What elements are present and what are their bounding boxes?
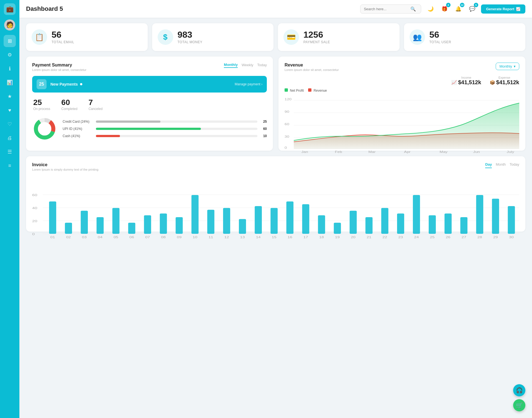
moon-icon: 🌙	[428, 6, 434, 12]
on-process-stat: 25 On process	[33, 98, 50, 111]
sidebar-item-list[interactable]: ≡	[4, 160, 16, 172]
search-input[interactable]	[364, 7, 408, 11]
invoice-tab-month[interactable]: Month	[496, 162, 506, 168]
invoice-tab-today[interactable]: Today	[510, 162, 519, 168]
svg-text:Apr: Apr	[404, 150, 411, 154]
svg-rect-81	[460, 217, 467, 234]
heart-outline-icon: ♡	[7, 121, 12, 127]
prog-credit-card: Credit Card (24%) 25	[63, 120, 267, 124]
fab-support[interactable]: 🎧	[513, 384, 525, 396]
sidebar-item-print[interactable]: 🖨	[4, 132, 16, 144]
svg-text:July: July	[507, 150, 515, 154]
svg-rect-77	[429, 215, 436, 234]
new-payments-label: New Payments	[50, 82, 231, 86]
revenue-monthly-dropdown[interactable]: Monthly ▾	[496, 63, 519, 70]
svg-text:26: 26	[446, 236, 451, 239]
fab-group: 🎧 🛒	[513, 384, 525, 411]
revenue-subtitle: Lorem ipsum dolor sit amet, consectetur	[285, 68, 339, 71]
revenue-title: Revenue	[285, 63, 339, 68]
sidebar-item-star[interactable]: ★	[4, 90, 16, 102]
cart-icon: 🛒	[516, 402, 523, 409]
stat-card-user: 👥 56 TOTAL USER	[404, 23, 526, 51]
search-box[interactable]: 🔍	[360, 4, 421, 14]
sidebar-item-settings[interactable]: ⚙	[4, 49, 16, 61]
chat-button[interactable]: 💬 5	[467, 4, 477, 14]
canceled-num: 7	[88, 98, 103, 107]
sidebar-item-info[interactable]: ℹ	[4, 63, 16, 75]
svg-rect-29	[49, 201, 56, 234]
invoice-tab-day[interactable]: Day	[485, 162, 492, 168]
svg-text:18: 18	[319, 236, 324, 239]
info-icon: ℹ	[9, 66, 11, 72]
income-item: Income 📈 $41,512k	[451, 76, 481, 86]
svg-rect-69	[365, 217, 373, 234]
on-process-label: On process	[33, 107, 50, 111]
svg-text:14: 14	[256, 236, 261, 239]
svg-text:11: 11	[208, 236, 213, 239]
bell-button[interactable]: 🔔 12	[453, 4, 463, 14]
invoice-title: Invoice	[32, 162, 98, 167]
svg-rect-65	[334, 223, 341, 234]
bell-badge: 12	[460, 3, 464, 7]
prog-label-cc: Credit Card (24%)	[63, 120, 93, 124]
area-chart: 0 30 60 90 120 Jan Feb Ma	[285, 95, 519, 145]
prog-fill-upi	[96, 128, 201, 130]
svg-rect-39	[128, 223, 135, 234]
svg-text:23: 23	[398, 236, 403, 239]
on-process-num: 25	[33, 98, 50, 107]
svg-text:30: 30	[509, 236, 514, 239]
stat-card-payment: 💳 1256 PAYMENT SALE	[278, 23, 400, 51]
payment-tabs: Monthly Weekly Today	[224, 63, 267, 68]
email-stat-label: TOTAL EMAIL	[52, 40, 74, 44]
manage-payment-link[interactable]: Manage payment ›	[235, 82, 262, 86]
fab-cart[interactable]: 🛒	[513, 399, 525, 411]
gift-button[interactable]: 🎁 2	[439, 4, 449, 14]
prog-fill-cash	[96, 135, 120, 137]
chat-badge: 5	[474, 3, 478, 7]
generate-report-button[interactable]: Generate Report 📈	[481, 4, 525, 14]
sidebar-item-chart[interactable]: 📊	[4, 76, 16, 89]
svg-rect-31	[65, 223, 72, 234]
payment-stats-nums: 25 On process 60 Completed 7 Canceled	[32, 98, 267, 111]
dark-mode-toggle[interactable]: 🌙	[426, 4, 436, 14]
revenue-header: Revenue Lorem ipsum dolor sit amet, cons…	[285, 63, 519, 71]
payment-summary-subtitle: Lorem ipsum dolor sit amet, consectetur	[32, 68, 86, 71]
canceled-stat: 7 Canceled	[88, 98, 103, 111]
prog-val-cash: 10	[260, 134, 267, 138]
bar-chart-icon: 📈	[516, 7, 520, 11]
prog-val-cc: 25	[260, 120, 267, 124]
sidebar-item-menu[interactable]: ☰	[4, 146, 16, 158]
svg-rect-37	[112, 208, 120, 234]
avatar[interactable]: 🧑	[4, 19, 15, 30]
prog-track-cc	[96, 120, 257, 123]
payment-stat-label: PAYMENT SALE	[303, 40, 330, 44]
sidebar-item-heart[interactable]: ♥	[4, 104, 16, 116]
income-arrow-icon: 📈	[451, 80, 457, 85]
user-stat-number: 56	[429, 30, 451, 39]
revenue-legend-label: Revenue	[314, 89, 327, 93]
svg-text:15: 15	[272, 236, 277, 239]
expense-label: Expense	[490, 76, 519, 79]
invoice-tabs: Day Month Today	[485, 162, 519, 168]
money-stat-number: 983	[178, 30, 203, 39]
sidebar-item-heart2[interactable]: ♡	[4, 118, 16, 130]
sidebar-item-dashboard[interactable]: ⊞	[4, 35, 16, 47]
svg-text:27: 27	[462, 236, 466, 239]
svg-text:22: 22	[382, 236, 387, 239]
svg-text:29: 29	[493, 236, 498, 239]
svg-text:24: 24	[414, 236, 419, 239]
svg-rect-87	[508, 206, 515, 234]
sidebar-logo[interactable]: 💼	[4, 3, 16, 15]
svg-rect-73	[397, 214, 404, 234]
expense-item: Expense 📦 $41,512k	[490, 76, 519, 86]
tab-weekly[interactable]: Weekly	[242, 63, 253, 68]
svg-text:60: 60	[285, 123, 289, 126]
tab-today[interactable]: Today	[257, 63, 267, 68]
svg-rect-59	[286, 201, 293, 234]
svg-text:03: 03	[82, 236, 87, 239]
svg-text:28: 28	[477, 236, 482, 239]
svg-text:13: 13	[240, 236, 245, 239]
stat-card-email: 📋 56 TOTAL EMAIL	[26, 23, 148, 51]
tab-monthly[interactable]: Monthly	[224, 63, 238, 68]
svg-rect-57	[270, 208, 278, 234]
